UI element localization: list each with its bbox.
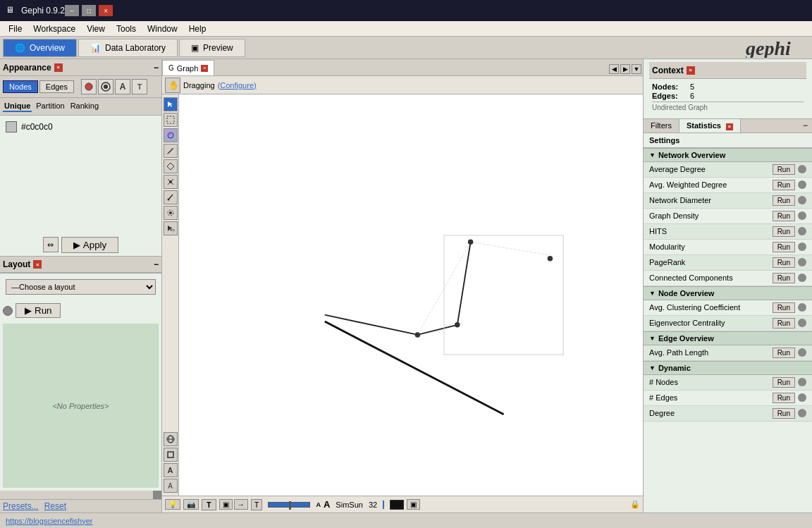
partition-tab[interactable]: Partition: [35, 101, 66, 112]
presets-bar: Presets... Reset: [0, 499, 161, 512]
tab-right-arrow[interactable]: ▶: [620, 64, 630, 74]
color-icon-button[interactable]: [81, 79, 97, 94]
text-mode-t-button[interactable]: T: [251, 499, 263, 510]
light-bulb-button[interactable]: 💡: [165, 499, 180, 510]
tab-menu-arrow[interactable]: ▼: [632, 64, 641, 74]
maximize-button[interactable]: □: [82, 5, 96, 16]
graph-toolbar: ✋ Dragging (Configure): [162, 76, 643, 94]
run-pagerank[interactable]: Run: [773, 257, 795, 268]
network-overview-header[interactable]: ▼ Network Overview: [644, 148, 812, 162]
zoom-slider[interactable]: [268, 502, 310, 508]
statistics-tab-close[interactable]: ×: [726, 123, 733, 130]
paint-tool[interactable]: [164, 128, 178, 142]
run-connected-components[interactable]: Run: [773, 273, 795, 283]
menu-window[interactable]: Window: [142, 23, 183, 35]
rect-select-tool[interactable]: [164, 448, 178, 462]
run-eigenvector-centrality[interactable]: Run: [773, 318, 795, 329]
globe-tool[interactable]: [164, 432, 178, 446]
run-button[interactable]: ▶ Run: [16, 303, 61, 318]
graph-tab[interactable]: G Graph ×: [162, 60, 214, 75]
filters-tab[interactable]: Filters: [644, 119, 679, 133]
minimize-button[interactable]: −: [65, 5, 79, 16]
graph-bottom-bar: 💡 📷 T ▣ → T A A SimSun 32 ▣ 🔒: [162, 496, 643, 512]
edge-select-button[interactable]: →: [234, 499, 248, 510]
color-preview[interactable]: [6, 121, 17, 133]
text-color-indicator[interactable]: [390, 500, 404, 510]
context-edges-value: 6: [690, 92, 694, 100]
text-small-tool[interactable]: A: [164, 479, 178, 493]
dynamic-label: Dynamic: [658, 364, 691, 372]
pen-tool[interactable]: [164, 190, 178, 204]
run-modularity[interactable]: Run: [773, 242, 795, 252]
diamond-tool[interactable]: [164, 159, 178, 173]
help-select-tool[interactable]: ?: [164, 221, 178, 235]
statistics-minimize-button[interactable]: −: [799, 119, 812, 133]
pencil-tool[interactable]: [164, 144, 178, 158]
layout-close-button[interactable]: ×: [33, 260, 42, 269]
select-tool[interactable]: [164, 97, 178, 111]
graph-mode: ✋ Dragging (Configure): [165, 78, 257, 93]
close-button[interactable]: ×: [99, 5, 113, 16]
run-network-diameter[interactable]: Run: [773, 195, 795, 206]
run-nodes[interactable]: Run: [773, 377, 795, 388]
context-nodes-row: Nodes: 5: [652, 82, 804, 91]
label-size-icon-button[interactable]: T: [132, 79, 147, 94]
nodes-button[interactable]: Nodes: [3, 80, 38, 93]
menu-tools[interactable]: Tools: [111, 23, 142, 35]
node-select-button[interactable]: ▣: [219, 499, 233, 510]
reset-label[interactable]: Reset: [44, 501, 66, 511]
run-average-degree[interactable]: Run: [773, 164, 795, 175]
statistics-scroll[interactable]: ▼ Network Overview Average Degree Run Av…: [644, 148, 812, 513]
layout-select[interactable]: —Choose a layout: [6, 279, 156, 295]
edge-overview-header[interactable]: ▼ Edge Overview: [644, 331, 812, 345]
run-degree[interactable]: Run: [773, 408, 795, 419]
link-button[interactable]: ⇔: [43, 237, 59, 252]
text-mode-button[interactable]: T: [202, 499, 216, 510]
svg-line-22: [325, 315, 418, 335]
screenshot-button[interactable]: 📷: [183, 499, 199, 510]
lock-icon[interactable]: 🔒: [630, 500, 640, 509]
configure-link[interactable]: (Configure): [218, 81, 257, 90]
run-avg-clustering[interactable]: Run: [773, 302, 795, 313]
run-graph-density[interactable]: Run: [773, 211, 795, 221]
tab-preview[interactable]: ▣ Preview: [179, 39, 245, 57]
appearance-minimize-button[interactable]: −: [154, 63, 159, 73]
menu-view[interactable]: View: [81, 23, 111, 35]
settings-tool[interactable]: [164, 206, 178, 220]
run-hits[interactable]: Run: [773, 226, 795, 237]
text-tool[interactable]: A: [164, 463, 178, 477]
spider-tool[interactable]: [164, 175, 178, 189]
run-avg-path-length[interactable]: Run: [773, 348, 795, 358]
lasso-tool[interactable]: [164, 113, 178, 127]
tab-data-laboratory[interactable]: 📊 Data Laboratory: [78, 39, 178, 57]
graph-tab-bar: G Graph × ◀ ▶ ▼: [162, 59, 643, 76]
size-icon-button[interactable]: [98, 79, 113, 94]
statistics-tab[interactable]: Statistics ×: [679, 119, 741, 133]
menu-file[interactable]: File: [3, 23, 27, 35]
presets-label[interactable]: Presets...: [3, 501, 39, 511]
graph-tab-close-button[interactable]: ×: [201, 65, 208, 72]
run-avg-weighted-degree[interactable]: Run: [773, 180, 795, 190]
tab-left-arrow[interactable]: ◀: [609, 64, 619, 74]
node-overview-header[interactable]: ▼ Node Overview: [644, 286, 812, 300]
appearance-close-button[interactable]: ×: [54, 63, 63, 72]
edges-button[interactable]: Edges: [39, 80, 74, 93]
nodes-edges-bar: Nodes Edges A T: [0, 76, 161, 98]
context-close-button[interactable]: ×: [687, 66, 695, 75]
layout-minimize-button[interactable]: −: [154, 259, 159, 269]
menu-help[interactable]: Help: [183, 23, 212, 35]
graph-canvas[interactable]: [179, 94, 643, 496]
run-bar: ▶ Run: [0, 300, 161, 321]
label-color-icon-button[interactable]: A: [115, 79, 130, 94]
text-bg-button[interactable]: ▣: [407, 499, 420, 510]
ranking-tab[interactable]: Ranking: [69, 101, 100, 112]
scroll-thumb[interactable]: [153, 491, 161, 499]
run-edges[interactable]: Run: [773, 393, 795, 403]
tab-overview[interactable]: 🌐 Overview: [3, 39, 77, 57]
unique-tab[interactable]: Unique: [3, 101, 32, 112]
apply-button[interactable]: ▶ Apply: [61, 237, 118, 253]
dynamic-header[interactable]: ▼ Dynamic: [644, 361, 812, 375]
statistics-panel: Settings ▼ Network Overview Average Degr…: [644, 133, 812, 513]
status-hits: [798, 227, 806, 235]
menu-workspace[interactable]: Workspace: [27, 23, 81, 35]
